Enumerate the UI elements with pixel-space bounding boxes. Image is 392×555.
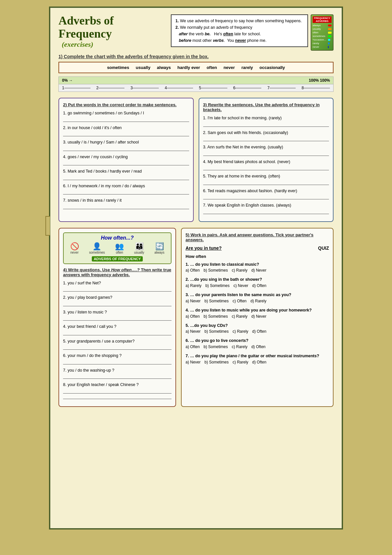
- section3-title: 3) Rewrite the sentences. Use the adverb…: [203, 102, 329, 112]
- main-title: Adverbs of Frequency: [58, 14, 168, 40]
- percent-low: 0% →: [59, 78, 76, 83]
- s3-item4: 4. My best friend takes photos at school…: [203, 159, 329, 171]
- q2-opt-d: d) Often: [252, 283, 266, 289]
- s2-item2: 2. in our house / cold / it's / often: [63, 125, 189, 137]
- word-often: often: [206, 65, 217, 70]
- s2-item1: 1. go swimming / sometimes / on Sundays …: [63, 110, 189, 122]
- section3: 3) Rewrite the sentences. Use the adverb…: [199, 98, 334, 222]
- section1: 1) Complete the chart with the adverbs o…: [58, 54, 334, 92]
- section4-title: 4) Write questions. Use How often….? The…: [63, 267, 172, 277]
- subtitle: (exercises): [62, 40, 168, 49]
- quiz-item5: 5. …do you buy CDs? a) Never b) Sometime…: [186, 323, 329, 335]
- s2-item6: 6. I / my homework / in my room / do / a…: [63, 183, 189, 195]
- num8: 8: [302, 86, 330, 90]
- q7-opt-b: b) Sometimes: [204, 359, 229, 365]
- s4-item6: 6. your mum / do the shopping ?: [63, 353, 172, 364]
- quiz-item7: 7. … do you play the piano / the guitar …: [186, 353, 329, 365]
- icon-sometimes: 👤: [89, 242, 105, 251]
- how-often-box: How often...? 🚫 never 👤 sometimes 👥 ofte…: [63, 232, 172, 264]
- s3-item3: 3. Ann surfs the Net in the evening. (us…: [203, 144, 329, 156]
- icon-always: 🔄: [155, 242, 165, 251]
- frequency-chart-image: FREQUENCYADVERBS always usually often so…: [311, 14, 334, 51]
- page: Adverbs of Frequency (exercises) 1. We u…: [49, 7, 343, 530]
- how-often-image: 🚫 never 👤 sometimes 👥 often 👨‍👩‍👦 usuall…: [66, 242, 169, 254]
- q2-opt-b: b) Sometimes: [205, 283, 230, 289]
- adv-title-box: ADVERBS OF FREQUENCY: [92, 256, 143, 261]
- num6: 6: [233, 86, 262, 90]
- quiz-item2: 2. …do you sing in the bath or shower? a…: [186, 277, 329, 289]
- section1-title: 1) Complete the chart with the adverbs o…: [58, 54, 334, 59]
- info-box: 1. We use adverbs of frequency to say ho…: [171, 14, 308, 47]
- section4: How often...? 🚫 never 👤 sometimes 👥 ofte…: [58, 228, 176, 407]
- q5-opt-d: d) Often: [252, 328, 266, 334]
- tab-marker: [45, 216, 50, 236]
- q6-opt-d: d) Often: [251, 344, 265, 350]
- icon-usually: 👨‍👩‍👦: [134, 242, 144, 251]
- q3-opt-a: a) Never: [186, 298, 201, 304]
- label-usually: usually: [134, 251, 144, 254]
- title-block: Adverbs of Frequency (exercises): [58, 14, 168, 49]
- s3-item1: 1. I'm late for school in the morning. (…: [203, 115, 329, 127]
- s3-item2: 2. Sam goes out with his friends. (occas…: [203, 130, 329, 142]
- s4-item2: 2. you / play board games?: [63, 295, 172, 306]
- q1-opt-d: d) Never: [251, 267, 266, 273]
- q7-opt-c: c) Rarely: [233, 359, 248, 365]
- q5-opt-b: b) Sometimes: [204, 328, 229, 334]
- quiz-item6: 6. … do you go to live concerts? a) Ofte…: [186, 338, 329, 350]
- num1: 1: [62, 86, 90, 90]
- q1-opt-a: a) Often: [186, 267, 200, 273]
- percent-row: 0% → 100% 100%: [58, 76, 334, 84]
- q4-opt-b: b) Sometimes: [204, 313, 228, 319]
- s4-item5: 5. your grandparents / use a computer?: [63, 339, 172, 350]
- word-rarely: rarely: [241, 65, 253, 70]
- label-sometimes: sometimes: [89, 251, 105, 254]
- q2-opt-c: c) Never: [234, 283, 248, 289]
- s4-item1: 1. you / surf the Net?: [63, 280, 172, 292]
- num7: 7: [268, 86, 296, 90]
- q6-opt-b: b) Sometimes: [204, 344, 228, 350]
- section2-title: 2) Put the words in the correct order to…: [63, 102, 189, 107]
- q4-opt-a: a) Often: [186, 313, 200, 319]
- word-usually: usually: [136, 65, 151, 70]
- freq-img-title: FREQUENCYADVERBS: [313, 16, 332, 23]
- header: Adverbs of Frequency (exercises) 1. We u…: [58, 14, 334, 51]
- icon-often: 👥: [115, 242, 124, 251]
- info-line2: 2. We normally put an adverb of frequenc…: [175, 24, 303, 31]
- s2-item7: 7. snows / in this area / rarely / it: [63, 198, 189, 209]
- sections-row-2-3: 2) Put the words in the correct order to…: [58, 98, 334, 222]
- how-often-title: How often...?: [66, 235, 169, 241]
- section5: 5) Work in pairs. Ask and answer questio…: [181, 228, 334, 407]
- s3-item6: 6. Ted reads magazines about fashion. (h…: [203, 188, 329, 200]
- label-always: always: [155, 251, 165, 254]
- label-never: never: [70, 251, 79, 254]
- word-hardly-ever: hardly ever: [177, 65, 200, 70]
- s4-item3: 3. you / listen to music ?: [63, 310, 172, 321]
- q4-opt-d: d) Never: [251, 313, 266, 319]
- s4-item4: 4. your best friend / call you ?: [63, 324, 172, 335]
- q3-opt-c: c) Often: [233, 298, 247, 304]
- q5-opt-c: c) Rarely: [233, 328, 248, 334]
- q3-opt-b: b) Sometimes: [204, 298, 229, 304]
- sections-row-4-5: How often...? 🚫 never 👤 sometimes 👥 ofte…: [58, 228, 334, 407]
- word-occasionally: occasionally: [259, 65, 285, 70]
- word-always: always: [157, 65, 171, 70]
- s2-item4: 4. goes / never / my cousin / cycling: [63, 154, 189, 166]
- s2-item5: 5. Mark and Ted / books / hardly ever / …: [63, 169, 189, 180]
- number-row: 1 2 3 4 5 6 7 8: [58, 84, 334, 92]
- num5: 5: [199, 86, 227, 90]
- num2: 2: [96, 86, 125, 90]
- word-sometimes: sometimes: [107, 65, 129, 70]
- label-often: often: [115, 251, 124, 254]
- q5-opt-a: a) Never: [186, 328, 201, 334]
- info-line4: before most other verbs. You never phone…: [175, 37, 303, 44]
- info-line1: 1. We use adverbs of frequency to say ho…: [175, 18, 303, 24]
- quiz-label: QUIZ: [318, 245, 329, 251]
- quiz-title: Are you in tune?: [186, 245, 221, 251]
- q7-opt-d: d) Often: [252, 359, 266, 365]
- words-box: sometimes usually always hardly ever oft…: [58, 62, 334, 73]
- section2: 2) Put the words in the correct order to…: [58, 98, 194, 222]
- s4-item8: 8. your English teacher / speak Chinese …: [63, 382, 172, 399]
- q3-opt-d: d) Rarely: [251, 298, 267, 304]
- num4: 4: [165, 86, 193, 90]
- q2-opt-a: a) Rarely: [186, 283, 202, 289]
